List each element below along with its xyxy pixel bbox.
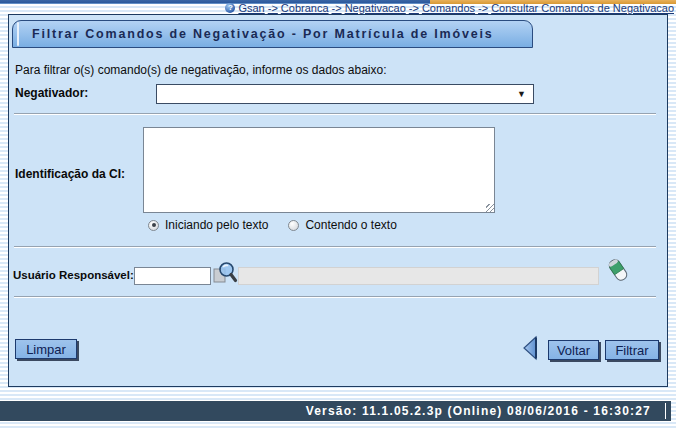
breadcrumb-link-consultar-comandos[interactable]: Consultar Comandos de Negativacao: [491, 2, 674, 14]
form-instructions: Para filtrar o(s) comando(s) de negativa…: [15, 63, 387, 77]
version-text: Versão: 11.1.05.2.3p (Online) 08/06/2016…: [306, 404, 665, 418]
footer-edge-tick: [665, 403, 666, 419]
text-match-radio-group: Iniciando pelo texto Contendo o texto: [148, 218, 411, 232]
breadcrumb-link-gsan[interactable]: Gsan: [238, 2, 264, 14]
breadcrumb-separator: ->: [268, 2, 278, 14]
help-icon[interactable]: ?: [225, 3, 235, 13]
usuario-responsavel-input[interactable]: [134, 267, 211, 285]
breadcrumb-link-negativacao[interactable]: Negativacao: [345, 2, 406, 14]
filtrar-button[interactable]: Filtrar: [605, 340, 659, 360]
usuario-responsavel-display: [238, 267, 599, 285]
breadcrumb-separator: ->: [478, 2, 488, 14]
breadcrumb: ? Gsan -> Cobranca -> Negativacao -> Com…: [225, 1, 674, 14]
radio-iniciando-label[interactable]: Iniciando pelo texto: [165, 218, 268, 232]
section-divider: [14, 113, 656, 115]
identificacao-ci-textarea[interactable]: [143, 127, 495, 213]
breadcrumb-separator: ->: [332, 2, 342, 14]
negativador-label: Negativador:: [15, 86, 88, 100]
filter-panel: Filtrar Comandos de Negativação - Por Ma…: [8, 14, 668, 387]
negativador-select[interactable]: ▼: [156, 84, 534, 104]
radio-contendo-label[interactable]: Contendo o texto: [305, 218, 396, 232]
breadcrumb-link-comandos[interactable]: Comandos: [422, 2, 475, 14]
page-title: Filtrar Comandos de Negativação - Por Ma…: [12, 20, 533, 48]
section-divider: [14, 296, 656, 298]
limpar-button[interactable]: Limpar: [15, 339, 77, 359]
radio-iniciando-pelo-texto[interactable]: [148, 220, 159, 231]
back-arrow-icon[interactable]: [521, 335, 539, 361]
radio-contendo-o-texto[interactable]: [288, 220, 299, 231]
voltar-button[interactable]: Voltar: [548, 340, 599, 360]
breadcrumb-link-cobranca[interactable]: Cobranca: [281, 2, 329, 14]
footer-version-bar: Versão: 11.1.05.2.3p (Online) 08/06/2016…: [0, 401, 671, 421]
usuario-responsavel-label: Usuário Responsável:: [13, 269, 134, 281]
search-magnifier-icon[interactable]: [212, 260, 238, 289]
breadcrumb-separator: ->: [409, 2, 419, 14]
identificacao-ci-label: Identificação da CI:: [15, 167, 125, 181]
eraser-icon[interactable]: [605, 256, 631, 287]
section-divider: [14, 246, 656, 248]
chevron-down-icon: ▼: [517, 89, 526, 99]
textarea-resize-handle[interactable]: [486, 204, 494, 212]
